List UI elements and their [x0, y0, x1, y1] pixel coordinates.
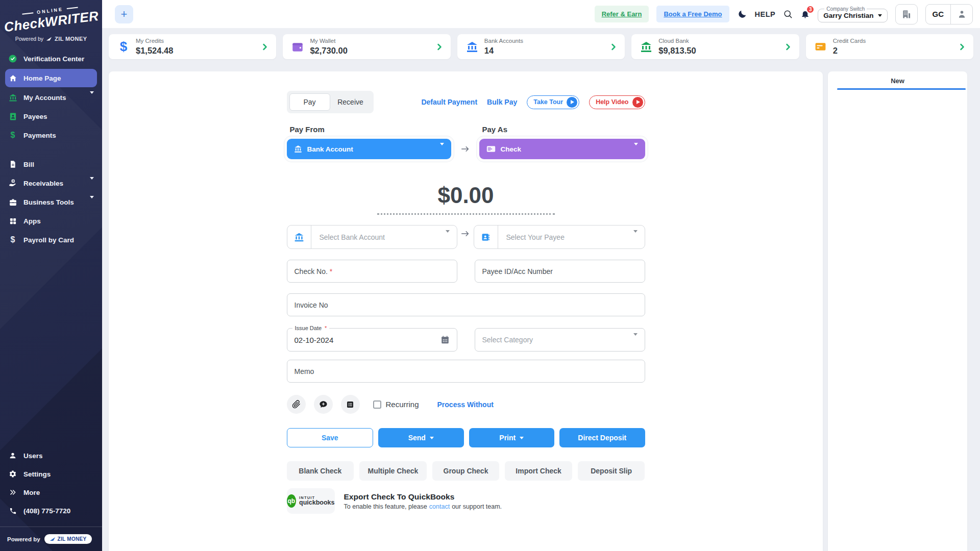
group-check-button[interactable]: Group Check [432, 461, 500, 481]
address-book-icon [8, 112, 17, 121]
sidebar-item-business-tools[interactable]: Business Tools [0, 193, 102, 211]
sidebar-item-users[interactable]: Users [0, 447, 102, 464]
stat-card-bank-accounts[interactable]: Bank Accounts 14 [457, 34, 625, 59]
payee-id-input[interactable]: Payee ID/Acc Number [475, 260, 645, 283]
take-tour-button[interactable]: Take Tour [527, 95, 579, 109]
direct-deposit-button[interactable]: Direct Deposit [559, 428, 645, 447]
amount-display[interactable]: $0.00 [377, 183, 555, 215]
wallet-icon [290, 40, 305, 54]
refer-earn-link[interactable]: Refer & Earn [595, 6, 649, 22]
user-avatar-icon[interactable] [951, 5, 972, 24]
recurring-checkbox-group[interactable]: Recurring [373, 400, 419, 409]
print-button[interactable]: Print [469, 428, 555, 447]
chevron-down-icon [633, 233, 638, 242]
chevron-down-icon [446, 233, 450, 242]
contact-link[interactable]: contact [429, 503, 450, 510]
default-payment-link[interactable]: Default Payment [421, 98, 477, 106]
sidebar-item-home-page[interactable]: Home Page [5, 69, 97, 87]
user-icon [8, 451, 17, 460]
attachment-button[interactable] [287, 395, 306, 414]
bulk-pay-link[interactable]: Bulk Pay [487, 98, 517, 106]
sidebar-item-phone[interactable]: (408) 775-7720 [0, 502, 102, 519]
dark-mode-moon-icon[interactable] [737, 9, 747, 19]
primary-actions-row: Save Send Print Direct Deposit [287, 428, 645, 447]
bank-account-select[interactable]: Select Bank Account [287, 225, 457, 249]
blank-check-button[interactable]: Blank Check [287, 461, 354, 481]
search-icon[interactable] [783, 9, 793, 19]
deposit-slip-button[interactable]: Deposit Slip [578, 461, 645, 481]
secondary-actions-row: Blank Check Multiple Check Group Check I… [287, 461, 645, 481]
send-button[interactable]: Send [378, 428, 464, 447]
add-comment-button[interactable] [314, 395, 333, 414]
company-switch-dropdown[interactable]: Company Switch Garry Christian [818, 6, 887, 22]
bank-icon [287, 226, 311, 248]
process-without-link[interactable]: Process Without [437, 400, 494, 409]
tab-new[interactable]: New [828, 71, 967, 88]
notification-count-badge: 3 [806, 5, 815, 14]
sidebar-item-bill[interactable]: Bill [0, 156, 102, 173]
zil-wing-icon [46, 36, 52, 41]
sidebar-item-payroll-by-card[interactable]: Payroll by Card [0, 231, 102, 248]
company-building-icon[interactable] [895, 4, 918, 24]
memo-input[interactable]: Memo [287, 360, 645, 383]
pay-from-dropdown[interactable]: Bank Account [287, 139, 451, 159]
home-icon [8, 73, 17, 83]
sidebar-item-more[interactable]: More [0, 484, 102, 501]
double-chevron-icon [8, 488, 17, 497]
sidebar-item-my-accounts[interactable]: My Accounts [0, 89, 102, 106]
zil-money-badge[interactable]: ZIL MONEY [44, 534, 92, 544]
stat-card-my-credits[interactable]: My Credits $1,524.48 [109, 34, 276, 59]
arrow-right-icon [451, 145, 479, 159]
issue-date-input[interactable]: Issue Date * 02-10-2024 [287, 328, 457, 352]
sidebar-item-settings[interactable]: Settings [0, 465, 102, 483]
stat-card-credit-cards[interactable]: Credit Cards 2 [806, 34, 973, 59]
hand-coin-icon [8, 179, 17, 188]
sidebar-item-payments[interactable]: Payments [0, 127, 102, 144]
book-demo-link[interactable]: Book a Free Demo [656, 6, 729, 22]
pay-receive-toggle: Pay Receive [287, 91, 374, 113]
user-menu[interactable]: GC [925, 4, 973, 24]
recurring-label: Recurring [386, 400, 419, 409]
stat-card-my-wallet[interactable]: My Wallet $2,730.00 [283, 34, 450, 59]
issue-date-value: 02-10-2024 [295, 336, 334, 344]
table-icon [346, 400, 354, 409]
notifications-bell-icon[interactable]: 3 [800, 9, 810, 19]
help-video-button[interactable]: Help Video [589, 95, 645, 109]
topbar: + Refer & Earn Book a Free Demo HELP 3 C… [102, 0, 980, 28]
stat-card-cloud-bank[interactable]: Cloud Bank $9,813.50 [631, 34, 799, 59]
tab-receive[interactable]: Receive [330, 93, 371, 111]
briefcase-icon [8, 197, 17, 207]
sidebar-item-apps[interactable]: Apps [0, 212, 102, 230]
save-button[interactable]: Save [287, 428, 374, 447]
money-transfer-icon [116, 39, 131, 55]
payment-tabs-row: Pay Receive Default Payment Bulk Pay Tak… [287, 91, 645, 113]
invoice-no-input[interactable]: Invoice No [287, 293, 645, 316]
chevron-down-icon [633, 336, 638, 344]
sidebar-item-receivables[interactable]: Receivables [0, 174, 102, 192]
multiple-check-button[interactable]: Multiple Check [359, 461, 427, 481]
tab-pay[interactable]: Pay [289, 93, 330, 111]
check-no-input[interactable]: Check No. * [287, 260, 457, 283]
recurring-checkbox[interactable] [373, 400, 381, 409]
help-link[interactable]: HELP [755, 10, 776, 18]
quickbooks-subtitle: To enable this feature, pleasecontactour… [344, 503, 502, 510]
category-select[interactable]: Select Category [475, 328, 645, 352]
sidebar-footer: Powered by ZIL MONEY [0, 528, 102, 551]
pay-as-dropdown[interactable]: Check [479, 139, 645, 159]
sidebar-item-payees[interactable]: Payees [0, 108, 102, 125]
gear-icon [8, 469, 17, 479]
table-view-button[interactable] [341, 395, 360, 414]
activity-panel: New [828, 71, 967, 551]
chevron-down-icon [634, 145, 638, 153]
contact-card-icon [474, 226, 498, 248]
payee-select[interactable]: Select Your Payee [474, 225, 645, 249]
sidebar-item-verification-center[interactable]: Verification Center [0, 50, 102, 67]
add-button[interactable]: + [115, 5, 133, 23]
quickbooks-title: Export Check To QuickBooks [344, 492, 502, 502]
phone-icon [8, 506, 17, 515]
company-name: Garry Christian [823, 12, 873, 19]
required-asterisk: * [330, 267, 332, 276]
chevron-down-icon [430, 437, 434, 439]
import-check-button[interactable]: Import Check [505, 461, 572, 481]
calendar-icon[interactable] [440, 335, 450, 344]
